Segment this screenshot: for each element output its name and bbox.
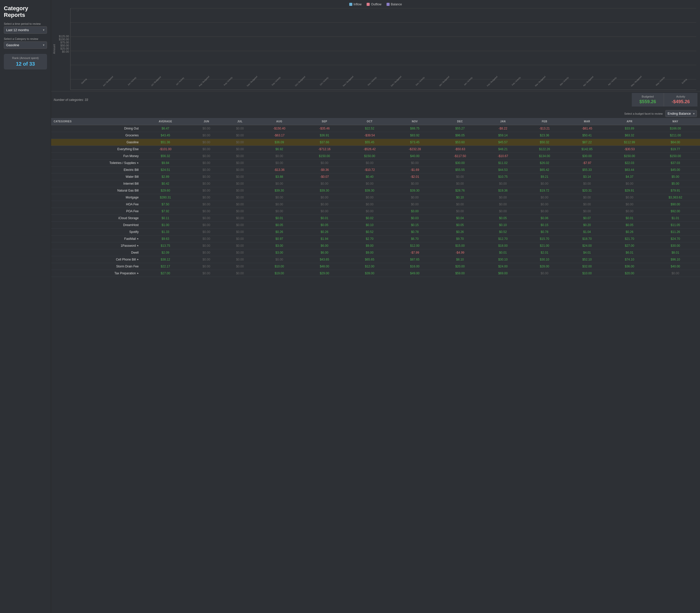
cell-value: $0.00 [302,160,347,167]
cell-value: $11.02 [483,160,523,167]
table-row[interactable]: Internet Bill$0.42$0.00$0.00$0.00$0.00$0… [51,180,700,187]
cell-value: $0.26 [608,229,651,235]
table-row[interactable]: Electric Bill$24.51$0.00$0.00-$13.36-$9.… [51,167,700,173]
rank-box: Rank (Amount spent) 12 of 33 [4,54,47,69]
bar-group [288,8,311,79]
main-content: Inflow Outflow Balance Amount $125.00 $1… [51,0,700,613]
cell-value: $88.75 [392,125,437,132]
cell-value: $50.32 [523,139,566,146]
cell-value: $0.00 [392,180,437,187]
cell-value: $0.00 [223,201,257,208]
table-row[interactable]: DreamHost$1.00$0.00$0.00$0.05$0.05$0.10$… [51,222,700,229]
cell-value: $63.44 [608,167,651,173]
cell-value: $40.00 [651,263,700,270]
cell-value: $87.22 [566,139,608,146]
table-row[interactable]: Toiletries / Supplies⚑$9.84$0.00$0.00$0.… [51,160,700,167]
table-row[interactable]: Cell Phone Bill⚑$38.12$0.00$0.00$0.00$43… [51,256,700,263]
cell-value: $0.00 [523,180,566,187]
table-row[interactable]: Everything Else-$101.00$0.00$0.00$6.92-$… [51,146,700,153]
cell-value: $0.00 [190,187,223,194]
cell-value: $12.00 [392,243,437,249]
time-period-select[interactable]: Last 12 months [4,26,47,34]
cell-value: $0.00 [257,153,302,160]
table-row[interactable]: POA Fee$7.92$0.00$0.00$0.00$0.00$0.00$3.… [51,208,700,215]
cell-name: Storm Drain Fee [51,263,141,270]
cell-value: $0.05 [483,215,523,222]
col-jun: JUN [190,118,223,125]
cell-value: $39.30 [257,187,302,194]
cell-value: $8.10 [437,256,483,263]
cell-value: $28.00 [523,263,566,270]
table-row[interactable]: iCloud Storage$0.11$0.00$0.00$0.01$0.01$… [51,215,700,222]
cell-value: $0.00 [608,208,651,215]
cell-value: $37.03 [651,160,700,167]
table-row[interactable]: Natural Gas Bill$29.60$0.00$0.00$39.30$3… [51,187,700,194]
cell-value: $8.01 [651,249,700,256]
cell-value: $30.00 [651,243,700,249]
cell-value: $18.00 [483,243,523,249]
cell-value: $63.32 [608,132,651,139]
cell-value: $96.05 [437,132,483,139]
cell-value: -$81.45 [566,125,608,132]
cell-value: -$9.36 [302,167,347,173]
table-row[interactable]: Water Bill$2.89$0.00$0.00$3.88-$0.07$0.4… [51,173,700,180]
cell-name: DreamHost [51,222,141,229]
table-row[interactable]: Fun Money$56.32$0.00$0.00$0.00$150.00$15… [51,153,700,160]
facet-select[interactable]: Ending Balance [665,110,697,117]
chart-bars [70,8,696,79]
cell-value: $26.02 [523,160,566,167]
cell-value: $83.92 [392,132,437,139]
categories-table: CATEGORIES AVERAGE JUN JUL AUG SEP OCT N… [51,118,700,277]
outflow-color [367,3,370,6]
cell-name: Natural Gas Bill [51,187,141,194]
table-row[interactable]: 1Password⚑$13.75$0.00$0.00$3.00$6.00$9.0… [51,243,700,249]
cell-value: $0.00 [223,139,257,146]
table-row[interactable]: Dwell$2.09$0.00$0.00$3.00$6.00$9.00-$7.9… [51,249,700,256]
table-row[interactable]: Groceries$43.45$0.00$0.00-$63.17$36.91-$… [51,132,700,139]
y-label-25: $25.00 [60,47,69,50]
cell-value: $6.00 [302,243,347,249]
legend-outflow-label: Outflow [371,2,381,6]
cell-value: $92.00 [651,208,700,215]
cell-value: -$150.40 [257,125,302,132]
table-row[interactable]: Gasoline$51.36$0.00$0.00$36.09$37.66$55.… [51,139,700,146]
cell-value: $0.05 [257,222,302,229]
cell-value: $0.00 [190,153,223,160]
cell-value: $24.00 [483,263,523,270]
table-row[interactable]: Spotify$1.33$0.00$0.00$0.26$0.26$0.52$0.… [51,229,700,235]
cell-value: $9.70 [437,235,483,243]
cell-value: $3,363.62 [651,194,700,201]
cell-value: $0.40 [347,173,392,180]
table-row[interactable]: HOA Fee$7.50$0.00$0.00$0.00$0.00$0.00$0.… [51,201,700,208]
chart-area: Inflow Outflow Balance Amount $125.00 $1… [51,0,700,91]
table-header: CATEGORIES AVERAGE JUN JUL AUG SEP OCT N… [51,118,700,125]
cell-value: -$232.28 [392,146,437,153]
cell-value: $11.26 [651,229,700,235]
table-row[interactable]: Tax Preparation⚑$27.00$0.00$0.00$19.00$2… [51,270,700,277]
table-row[interactable]: Dining Out$6.47$0.00$0.00-$150.40-$35.46… [51,125,700,132]
time-period-section: Select a time period to review Last 12 m… [4,22,47,34]
cell-value: -$1.69 [392,167,437,173]
cell-value: $39.30 [347,187,392,194]
cell-value: $0.00 [608,201,651,208]
cell-value: $79.91 [651,187,700,194]
cell-value: $0.00 [392,201,437,208]
cell-value: $0.07 [566,215,608,222]
cell-value: $166.00 [651,125,700,132]
cell-value: $0.00 [483,194,523,201]
table-row[interactable]: Storm Drain Fee$22.17$0.00$0.00$10.00$48… [51,263,700,270]
table-row[interactable]: FastMail⚑$9.63$0.00$0.00$0.97$1.94$2.70$… [51,235,700,243]
cell-value: $24.70 [651,235,700,243]
cell-value: $0.10 [347,222,392,229]
cell-value: -$7.99 [392,249,437,256]
cell-value: -$63.17 [257,132,302,139]
category-select-wrapper: Gasoline [4,41,47,49]
category-select[interactable]: Gasoline [4,41,47,49]
cell-value: $0.00 [190,132,223,139]
cell-value: $0.00 [190,243,223,249]
budgeted-value: $559.26 [639,99,656,104]
table-row[interactable]: Mortgage$280.31$0.00$0.00$0.00$0.00$0.00… [51,194,700,201]
cell-value: $150.00 [302,153,347,160]
cell-value: $0.00 [302,194,347,201]
cell-value: $19.72 [523,187,566,194]
